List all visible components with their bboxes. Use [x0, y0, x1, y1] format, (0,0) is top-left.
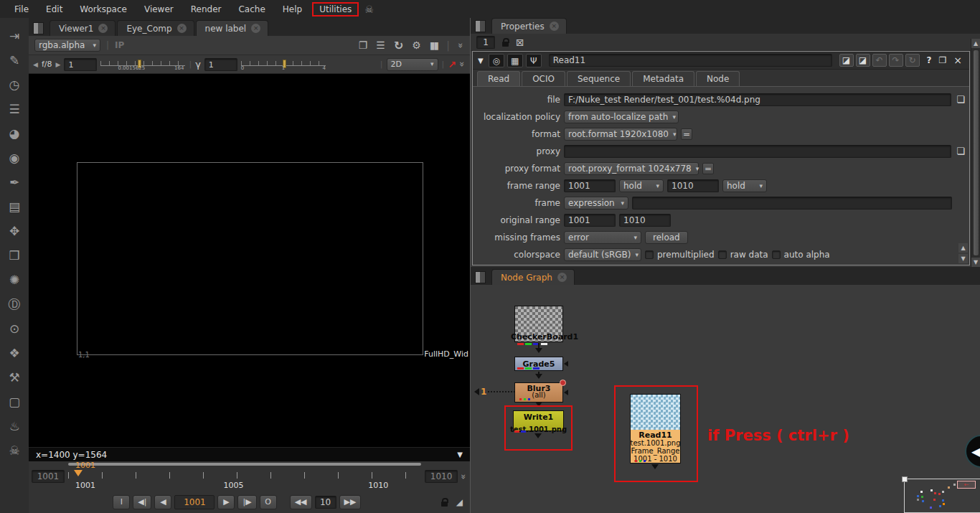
prev-keyframe-button[interactable]: ◀|: [133, 495, 151, 509]
node-write1[interactable]: Write1 test.1001.png: [513, 410, 564, 431]
current-frame-input[interactable]: 1001: [174, 495, 215, 509]
frame-range-start-input[interactable]: 1001: [564, 179, 616, 192]
redo-icon[interactable]: ↷: [889, 54, 903, 67]
frame-mode-select[interactable]: expression ▾: [564, 197, 628, 210]
menu-render[interactable]: Render: [184, 2, 229, 17]
menu-file[interactable]: File: [7, 2, 36, 17]
deep-icon[interactable]: Ⓓ: [0, 292, 29, 316]
menu-cache[interactable]: Cache: [231, 2, 272, 17]
node-read11[interactable]: Read11 test.1001.png Frame_Range 1001 - …: [630, 394, 681, 463]
channel-icon[interactable]: ☰: [0, 97, 29, 121]
node-grade5[interactable]: Grade5: [514, 357, 563, 371]
tab-viewer1[interactable]: Viewer1 ×: [50, 20, 116, 36]
particles-icon[interactable]: ✺: [0, 268, 29, 292]
panel-corner-icon[interactable]: [33, 22, 44, 34]
revert-icon[interactable]: ↻: [905, 54, 920, 67]
swap-channels-icon[interactable]: ◪: [839, 54, 854, 67]
menu-viewer[interactable]: Viewer: [137, 2, 181, 17]
views-icon[interactable]: ⊙: [0, 316, 29, 341]
menu-help[interactable]: Help: [275, 2, 309, 17]
viewer-canvas[interactable]: 1,1 FullHD_Wid: [29, 74, 470, 447]
node-name-input[interactable]: Read11: [549, 54, 832, 67]
frame-range-end-mode-select[interactable]: hold ▾: [722, 179, 767, 192]
timeline-ruler[interactable]: 1001 1001 1005 1010: [68, 462, 421, 491]
merge-icon[interactable]: ▤: [0, 194, 29, 219]
transform-icon[interactable]: ✥: [0, 219, 29, 243]
raw-data-checkbox[interactable]: [718, 250, 727, 259]
timeline-scrollbar[interactable]: [68, 463, 421, 466]
menu-workspace[interactable]: Workspace: [72, 2, 134, 17]
colorspace-select[interactable]: default (sRGB) ▾: [564, 248, 641, 261]
scroll-up-icon[interactable]: ▲: [971, 39, 980, 48]
float-panel-icon[interactable]: ❐: [939, 55, 947, 65]
tab-new-label[interactable]: new label ×: [196, 20, 269, 36]
minimap-resize-handle[interactable]: [902, 476, 908, 482]
gamma-input[interactable]: 1: [204, 58, 237, 71]
pause-icon[interactable]: ▮▮: [430, 39, 438, 51]
tab-read[interactable]: Read: [477, 71, 520, 86]
view-mode-select[interactable]: 2D ▾: [387, 58, 438, 71]
frame-expression-input[interactable]: [632, 197, 952, 210]
scroll-down-icon[interactable]: ▼: [958, 254, 968, 263]
close-icon[interactable]: ×: [251, 24, 260, 33]
menu-utilities[interactable]: Utilities: [312, 2, 359, 17]
skull-plugin-icon[interactable]: ☠: [0, 438, 29, 463]
3d-icon[interactable]: ❒: [0, 243, 29, 268]
mask-input-arrow[interactable]: [561, 361, 568, 367]
format-select[interactable]: root.format 1920x1080 ▾: [564, 128, 677, 141]
collapse-chevron-icon[interactable]: »: [458, 62, 468, 67]
tab-ocio[interactable]: OCIO: [522, 71, 565, 86]
reload-button[interactable]: reload: [645, 231, 688, 244]
render-marker-icon[interactable]: ◢: [456, 497, 463, 507]
file-input[interactable]: F:/Nuke_test Render/test_001/test.%04d.p…: [564, 93, 951, 106]
channel-select[interactable]: rgba.alpha ▾: [34, 39, 100, 52]
layout-rows-icon[interactable]: ☰: [376, 39, 385, 51]
play-button[interactable]: ▶: [217, 495, 235, 509]
furnace-icon[interactable]: ♨: [0, 414, 29, 438]
node-graph-canvas[interactable]: CheckerBoard1 Grade5: [471, 285, 980, 513]
skull-icon[interactable]: ☠: [364, 4, 374, 15]
close-icon[interactable]: ×: [550, 22, 559, 31]
close-icon[interactable]: ×: [177, 24, 187, 33]
prev-frame-button[interactable]: ◀: [154, 495, 171, 509]
wrench-icon[interactable]: Ψ: [526, 54, 542, 67]
keyer-icon[interactable]: ✒: [0, 170, 29, 194]
original-range-start[interactable]: 1001: [564, 214, 616, 227]
localization-policy-select[interactable]: from auto-localize path ▾: [564, 110, 679, 123]
close-panel-icon[interactable]: ×: [953, 55, 962, 66]
sample-pointer-icon[interactable]: ↗: [448, 59, 456, 70]
monitor-out-icon[interactable]: ❐: [359, 39, 368, 51]
metadata-icon[interactable]: ❖: [0, 341, 29, 365]
toolsets-icon[interactable]: ⚒: [0, 365, 29, 390]
tab-metadata[interactable]: Metadata: [632, 71, 694, 86]
format-equals-button[interactable]: =: [681, 128, 692, 140]
proxy-format-select[interactable]: root.proxy_format 1024x778 ▾: [564, 162, 699, 175]
missing-frames-select[interactable]: error ▾: [564, 231, 641, 244]
unlock-icon[interactable]: [502, 42, 509, 47]
undo-icon[interactable]: ↶: [872, 54, 887, 67]
next-keyframe-button[interactable]: |▶: [237, 495, 256, 509]
tab-sequence[interactable]: Sequence: [567, 71, 631, 86]
panel-corner-icon[interactable]: [475, 271, 486, 283]
proxy-input[interactable]: [564, 145, 951, 158]
gain-input[interactable]: 1: [64, 58, 97, 71]
other-icon[interactable]: ▢: [0, 390, 29, 414]
gain-slider[interactable]: 0.0015625 164: [100, 59, 185, 70]
time-icon[interactable]: ◷: [0, 72, 29, 97]
close-icon[interactable]: ×: [557, 273, 567, 282]
range-end-input[interactable]: 1010: [425, 470, 458, 483]
draw-icon[interactable]: ✎: [0, 48, 29, 72]
collapse-triangle-icon[interactable]: ▼: [478, 57, 484, 65]
status-dropdown-icon[interactable]: ▼: [457, 451, 463, 458]
help-icon[interactable]: ?: [927, 55, 932, 65]
scroll-down-icon[interactable]: ▼: [971, 258, 980, 267]
set-out-button[interactable]: O: [260, 495, 277, 509]
connection-arrow[interactable]: [538, 372, 540, 378]
step-forward-button[interactable]: ▶▶: [339, 495, 362, 509]
input-process-toggle[interactable]: IP: [115, 40, 124, 50]
prev-aperture-icon[interactable]: ◀: [33, 61, 38, 68]
original-range-end[interactable]: 1010: [619, 214, 671, 227]
frame-range-end-input[interactable]: 1010: [667, 179, 719, 192]
panel-corner-icon[interactable]: [475, 20, 486, 32]
scrollbar-thumb[interactable]: [973, 50, 979, 256]
